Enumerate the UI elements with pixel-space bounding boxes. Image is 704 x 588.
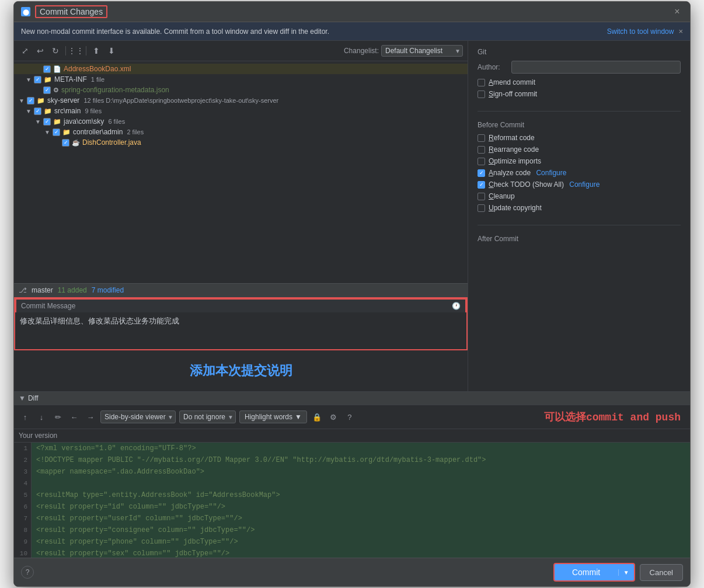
line-content: <?xml version="1.0" encoding="UTF-8"?>: [32, 443, 690, 454]
info-bar-close[interactable]: ×: [678, 27, 683, 36]
toolbar-separator2: [86, 46, 86, 55]
tree-item-javacomsky[interactable]: ▼ ✓ 📁 java\com\sky 6 files: [14, 116, 468, 127]
folder-checkbox[interactable]: ✓: [34, 76, 41, 83]
commit-button[interactable]: Commit ▼: [553, 563, 635, 582]
reformat-checkbox[interactable]: [478, 134, 485, 142]
diff-line: 4: [14, 478, 690, 489]
info-bar-actions: Switch to tool window ×: [607, 27, 683, 36]
clock-icon: 🕐: [452, 302, 461, 310]
rearrange-label: Rearrange code: [489, 145, 539, 154]
line-content: <!DOCTYPE mapper PUBLIC "-//mybatis.org/…: [32, 454, 690, 466]
analyze-label: Analyze code: [489, 169, 531, 177]
tree-item-dishcontroller[interactable]: ✓ ☕ DishController.java: [14, 137, 468, 148]
help-icon[interactable]: ?: [343, 410, 356, 423]
tree-item-skyserver[interactable]: ▼ ✓ 📁 sky-server 12 files D:\myAppDate\s…: [14, 95, 468, 106]
before-commit-title: Before Commit: [478, 121, 681, 129]
commit-button-arrow[interactable]: ▼: [618, 569, 634, 576]
line-content: <resultMap type=".entity.AddressBook" id…: [32, 489, 690, 501]
undo-btn[interactable]: ↩: [34, 44, 47, 57]
commit-msg-box: Commit Message 🕐 修改菜品详细信息、修改菜品状态业务功能完成: [14, 297, 468, 350]
tree-item-addressbookdao[interactable]: ✓ 📄 AddressBookDao.xml: [14, 64, 468, 74]
expand-arrow: ▼: [26, 108, 32, 114]
left-panel: ⤢ ↩ ↻ ⋮⋮ ⬆ ⬇ Changelist: Default Changel…: [14, 41, 468, 391]
dialog-title: Commit Changes: [35, 5, 107, 18]
line-number: 7: [14, 513, 32, 524]
branch-name: master: [32, 286, 53, 294]
file-name-label: DishController.java: [82, 138, 463, 147]
divider2: [478, 225, 681, 225]
java-file-icon: ☕: [72, 139, 80, 147]
line-number: 5: [14, 489, 32, 501]
bottom-bar: ? Commit ▼ Cancel: [14, 558, 690, 586]
diff-header: ▼ Diff: [14, 392, 690, 405]
edit-diff-btn[interactable]: ✏: [51, 410, 64, 423]
commit-annotation: 添加本次提交说明: [14, 350, 468, 391]
changelist-select[interactable]: Default Changelist: [381, 45, 463, 57]
file-name-label: spring-configuration-metadata.json: [61, 86, 463, 94]
commit-message-area: Commit Message 🕐 修改菜品详细信息、修改菜品状态业务功能完成 添…: [14, 297, 468, 391]
commit-msg-input[interactable]: 修改菜品详细信息、修改菜品状态业务功能完成: [15, 312, 466, 347]
analyze-checkbox[interactable]: ✓: [478, 169, 485, 177]
folder-checkbox[interactable]: ✓: [27, 97, 34, 105]
updatecopyright-checkbox[interactable]: [478, 204, 485, 212]
analyze-configure-link[interactable]: Configure: [534, 169, 566, 177]
file-checkbox[interactable]: ✓: [62, 139, 69, 147]
checktodo-checkbox[interactable]: ✓: [478, 181, 485, 189]
sort-asc-btn[interactable]: ⬆: [90, 44, 103, 57]
viewer-dropdown[interactable]: Side-by-side viewer: [100, 410, 176, 423]
highlight-btn[interactable]: Highlight words ▼: [239, 410, 307, 423]
help-button[interactable]: ?: [21, 566, 34, 579]
folder-checkbox[interactable]: ✓: [34, 107, 41, 115]
folder-checkbox[interactable]: ✓: [43, 118, 51, 126]
settings-icon[interactable]: ⚙: [327, 410, 340, 423]
rearrange-checkbox[interactable]: [478, 146, 485, 154]
expand-all-btn[interactable]: ⤢: [19, 44, 32, 57]
tree-item-springconfig[interactable]: ✓ ⚙ spring-configuration-metadata.json: [14, 85, 468, 95]
lock-icon[interactable]: 🔒: [311, 410, 323, 423]
folder-checkbox[interactable]: ✓: [53, 128, 60, 136]
line-content: <result property="phone" column="" jdbcT…: [32, 536, 690, 548]
divider1: [478, 111, 681, 112]
back-btn[interactable]: ←: [68, 410, 81, 423]
commit-msg-header: Commit Message 🕐: [15, 298, 466, 312]
line-number: 3: [14, 466, 32, 478]
expand-arrow: ▼: [26, 76, 32, 83]
author-input[interactable]: [511, 61, 681, 74]
folder-icon: 📁: [62, 128, 71, 136]
optimize-checkbox[interactable]: [478, 158, 485, 165]
info-message: New non-modal commit interface is availa…: [21, 27, 329, 36]
tree-item-srcmain[interactable]: ▼ ✓ 📁 src\main 9 files: [14, 106, 468, 116]
cancel-button[interactable]: Cancel: [640, 564, 683, 581]
diff-label: Diff: [28, 394, 39, 402]
forward-btn[interactable]: →: [84, 410, 97, 423]
ignore-dropdown[interactable]: Do not ignore: [179, 410, 236, 423]
file-checkbox[interactable]: ✓: [43, 86, 51, 94]
expand-arrow: ▼: [35, 119, 41, 125]
tree-item-controlleradmin[interactable]: ▼ ✓ 📁 controller\admin 2 files: [14, 127, 468, 137]
group-btn[interactable]: ⋮⋮: [69, 44, 82, 57]
diff-expand-icon[interactable]: ▼: [19, 394, 26, 402]
after-commit-title: After Commit: [478, 235, 681, 243]
close-button[interactable]: ×: [671, 6, 683, 18]
checktodo-configure-link[interactable]: Configure: [567, 180, 600, 189]
cleanup-checkbox[interactable]: [478, 193, 485, 200]
next-diff-btn[interactable]: ↓: [35, 410, 48, 423]
line-number: 8: [14, 524, 32, 536]
prev-diff-btn[interactable]: ↑: [19, 410, 32, 423]
signoff-checkbox[interactable]: [478, 91, 485, 98]
switch-to-tool-window-link[interactable]: Switch to tool window: [607, 27, 674, 36]
title-bar: ⬤ Commit Changes ×: [14, 2, 690, 22]
line-number: 9: [14, 536, 32, 548]
refresh-btn[interactable]: ↻: [49, 44, 62, 57]
amend-checkbox[interactable]: [478, 79, 485, 86]
file-name-label: AddressBookDao.xml: [64, 65, 463, 73]
action-buttons: Commit ▼ Cancel: [553, 563, 683, 582]
file-checkbox[interactable]: ✓: [43, 65, 51, 73]
cleanup-label: Cleanup: [489, 192, 515, 200]
file-count: 2 files: [125, 128, 144, 135]
sort-desc-btn[interactable]: ⬇: [105, 44, 118, 57]
tree-item-metainf[interactable]: ▼ ✓ 📁 META-INF 1 file: [14, 74, 468, 85]
diff-line: 7 <result property="userId" column="" jd…: [14, 513, 690, 524]
amend-label: Amend commit: [489, 78, 535, 86]
reformat-row: Reformat code: [478, 134, 681, 142]
